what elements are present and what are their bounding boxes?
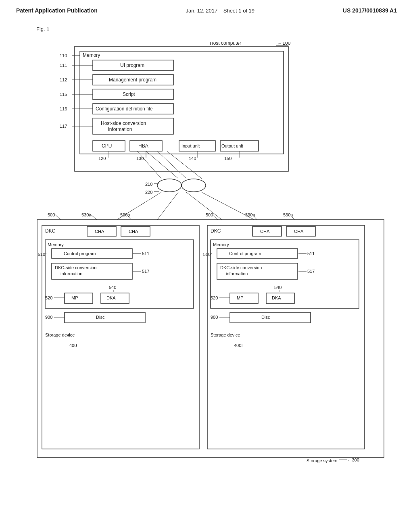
- page-container: Patent Application Publication Jan. 12, …: [0, 0, 413, 530]
- patent-number: US 2017/0010839 A1: [343, 7, 397, 14]
- date-label: Jan. 12, 2017: [186, 8, 217, 14]
- figure-label: Fig. 1: [36, 26, 401, 32]
- page-header: Patent Application Publication Jan. 12, …: [0, 0, 413, 18]
- sheet-info: Jan. 12, 2017 Sheet 1 of 19: [186, 8, 254, 14]
- diagram-spacer: [12, 39, 401, 506]
- publication-label: Patent Application Publication: [16, 7, 98, 14]
- diagram-area: Fig. 1 Host computer ⌐ 100 Memory 110 UI…: [0, 18, 413, 530]
- sheet-label: Sheet 1 of 19: [223, 8, 254, 14]
